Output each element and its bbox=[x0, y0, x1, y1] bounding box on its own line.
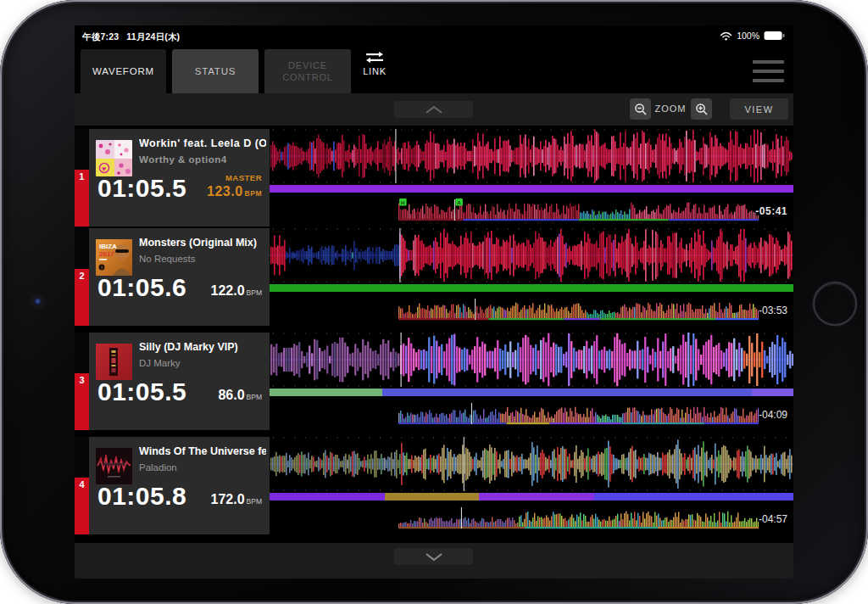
track-progress-bar[interactable] bbox=[270, 493, 793, 501]
deck-list: 1 ♥ Workin' feat. Leela D (Origi… Worthy… bbox=[75, 129, 793, 541]
track-progress-bar[interactable] bbox=[270, 284, 793, 292]
track-progress-bar[interactable] bbox=[270, 185, 793, 193]
magnifier-plus-icon bbox=[695, 103, 709, 116]
menu-hamburger-icon[interactable] bbox=[753, 60, 784, 82]
waveform-panel: HA -05:41 bbox=[270, 129, 793, 226]
waveform-panel: -03:53 bbox=[270, 228, 793, 326]
track-artist: DJ Marky bbox=[139, 358, 266, 368]
tab-waveform[interactable]: WAVEFORM bbox=[81, 49, 166, 93]
track-title: Winds Of The Universe feat… bbox=[139, 445, 266, 457]
battery-icon bbox=[764, 31, 785, 41]
track-artist: No Requests bbox=[139, 254, 266, 264]
remaining-time: -04:09 bbox=[759, 409, 787, 421]
bpm-box: 172.0BPM bbox=[211, 481, 262, 507]
svg-text:i: i bbox=[101, 265, 102, 270]
deck-info-panel[interactable]: IBIZA 2017 i Monsters (Original Mix) No … bbox=[89, 228, 270, 326]
svg-text:IBIZA: IBIZA bbox=[99, 243, 117, 250]
elapsed-time: 01:05.6 bbox=[97, 273, 186, 302]
track-artist: Worthy & option4 bbox=[139, 154, 266, 165]
waveform-panel: -04:57 bbox=[270, 437, 793, 534]
remaining-time: -04:57 bbox=[759, 513, 787, 525]
app-screen: 午後7:2311月24日(木) 100% WAVEFORM STATUS DEV… bbox=[75, 25, 793, 579]
magnifier-minus-icon bbox=[634, 103, 648, 116]
track-progress-bar[interactable] bbox=[270, 389, 793, 396]
zoom-label: ZOOM bbox=[654, 103, 687, 114]
tab-link[interactable]: LINK bbox=[354, 52, 395, 92]
deck-number: 2 bbox=[75, 269, 89, 283]
deck-row: 1 ♥ Workin' feat. Leela D (Origi… Worthy… bbox=[75, 129, 793, 226]
main-waveform[interactable] bbox=[270, 333, 793, 387]
deck-number-stripe: 3 bbox=[75, 333, 89, 430]
scroll-up-button[interactable] bbox=[394, 101, 473, 118]
track-artist: Paladion bbox=[139, 462, 266, 473]
bpm-unit: BPM bbox=[247, 393, 262, 401]
overview-waveform[interactable] bbox=[398, 506, 759, 529]
tab-device-control[interactable]: DEVICE CONTROL bbox=[264, 49, 351, 93]
deck-number-badge: 1 bbox=[75, 170, 89, 226]
elapsed-time: 01:05.8 bbox=[97, 482, 186, 511]
svg-text:2017: 2017 bbox=[99, 250, 114, 258]
bpm-box: MASTER 123.0BPM bbox=[207, 173, 262, 199]
deck-info-panel[interactable]: Winds Of The Universe feat… Paladion 01:… bbox=[89, 437, 270, 534]
deck-number-stripe: 4 bbox=[75, 437, 89, 534]
tab-status[interactable]: STATUS bbox=[172, 49, 259, 93]
track-title: Monsters (Original Mix) bbox=[139, 237, 266, 249]
overview-waveform[interactable] bbox=[398, 402, 759, 425]
tab-link-label: LINK bbox=[363, 66, 387, 76]
bpm-unit: BPM bbox=[245, 189, 262, 198]
statusbar-date: 11月24日(木) bbox=[126, 31, 180, 42]
link-arrows-icon bbox=[364, 52, 385, 63]
zoom-out-button[interactable] bbox=[630, 98, 651, 120]
elapsed-time: 01:05.5 bbox=[97, 378, 186, 406]
svg-text:H: H bbox=[401, 200, 405, 205]
chevron-up-icon bbox=[425, 106, 443, 114]
deck-number-badge: 4 bbox=[75, 478, 89, 534]
album-art bbox=[96, 344, 132, 380]
battery-percent: 100% bbox=[737, 31, 760, 41]
deck-row: 2 IBIZA 2017 i Monsters (Original Mix) N… bbox=[75, 228, 793, 326]
deck-number-badge: 2 bbox=[75, 269, 89, 326]
deck-info-panel[interactable]: Silly (DJ Marky VIP) DJ Marky 01:05.5 86… bbox=[89, 333, 270, 430]
statusbar-time: 午後7:23 bbox=[82, 31, 119, 42]
front-camera-icon bbox=[34, 298, 42, 305]
ipad-bezel: 午後7:2311月24日(木) 100% WAVEFORM STATUS DEV… bbox=[0, 0, 868, 604]
home-button[interactable] bbox=[813, 282, 857, 326]
zoom-in-button[interactable] bbox=[691, 98, 712, 120]
deck-number: 4 bbox=[75, 478, 89, 492]
main-waveform[interactable] bbox=[270, 228, 793, 282]
deck-row: 4 Winds Of The Universe feat… Paladion 0… bbox=[75, 437, 793, 534]
elapsed-time: 01:05.5 bbox=[97, 174, 186, 203]
remaining-time: -03:53 bbox=[759, 305, 787, 316]
bpm-value: 123.0 bbox=[207, 184, 243, 199]
bpm-value: 172.0 bbox=[211, 492, 245, 506]
deck-info-panel[interactable]: ♥ Workin' feat. Leela D (Origi… Worthy &… bbox=[89, 129, 270, 226]
view-button[interactable]: VIEW bbox=[730, 98, 788, 120]
deck-number: 1 bbox=[75, 170, 89, 184]
main-waveform[interactable] bbox=[270, 437, 793, 491]
deck-number-stripe: 2 bbox=[75, 228, 89, 326]
svg-text:♥: ♥ bbox=[102, 165, 107, 173]
album-art: IBIZA 2017 i bbox=[96, 239, 132, 276]
wifi-icon bbox=[720, 31, 732, 41]
chevron-down-icon bbox=[425, 553, 443, 561]
overview-waveform[interactable]: HA bbox=[398, 199, 759, 221]
deck-number: 3 bbox=[75, 373, 89, 388]
remaining-time: -05:41 bbox=[755, 205, 787, 217]
deck-row: 3 Silly (DJ Marky VIP) DJ Marky 01:05.5 … bbox=[75, 333, 793, 430]
main-waveform[interactable] bbox=[270, 129, 793, 183]
album-art: ♥ bbox=[96, 140, 132, 176]
statusbar-clock: 午後7:2311月24日(木) bbox=[82, 31, 187, 43]
track-title: Workin' feat. Leela D (Origi… bbox=[139, 137, 266, 149]
track-title: Silly (DJ Marky VIP) bbox=[139, 341, 266, 353]
bpm-value: 122.0 bbox=[211, 283, 245, 298]
bpm-unit: BPM bbox=[247, 497, 262, 506]
deck-number-badge: 3 bbox=[75, 373, 89, 430]
scroll-down-button[interactable] bbox=[394, 548, 473, 565]
tab-device-control-label: DEVICE CONTROL bbox=[278, 59, 337, 84]
waveform-panel: -04:09 bbox=[270, 333, 793, 430]
overview-waveform[interactable] bbox=[398, 298, 759, 321]
bpm-value: 86.0 bbox=[218, 388, 244, 402]
master-badge: MASTER bbox=[207, 173, 262, 182]
bpm-box: 86.0BPM bbox=[218, 377, 262, 403]
bpm-unit: BPM bbox=[247, 288, 262, 297]
